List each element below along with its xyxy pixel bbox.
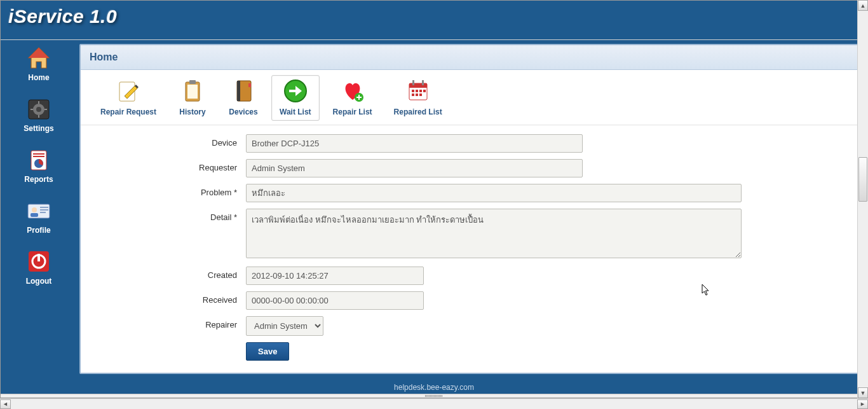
svg-rect-41 — [422, 80, 424, 85]
sidebar-item-reports[interactable]: Reports — [13, 148, 64, 184]
svg-rect-28 — [248, 83, 251, 87]
sidebar-item-label: Settings — [24, 124, 53, 133]
label-received: Received — [106, 291, 246, 305]
label-problem: Problem * — [106, 184, 246, 197]
detail-textarea[interactable]: เวลาพิมพ์ต่อเนื่อง หมึกจะไหลออกมาเยอะมาก… — [246, 209, 742, 258]
svg-rect-33 — [412, 90, 414, 92]
edit-note-icon — [116, 78, 141, 104]
label-created: Created — [106, 267, 246, 280]
sidebar-item-label: Home — [28, 73, 49, 82]
tool-repair-list[interactable]: Repair List — [325, 75, 381, 121]
tool-devices[interactable]: Devices — [220, 75, 266, 121]
svg-rect-39 — [419, 94, 422, 96]
svg-rect-11 — [33, 156, 44, 157]
svg-rect-27 — [237, 81, 240, 101]
footer-text: helpdesk.bee-eazy.com — [394, 383, 474, 392]
sidebar: Home Settings Reports — [1, 40, 77, 379]
resize-handle[interactable] — [1, 394, 867, 398]
tool-label: History — [179, 107, 205, 116]
home-icon — [26, 46, 51, 71]
tool-wait-list[interactable]: Wait List — [271, 75, 320, 121]
svg-rect-16 — [40, 207, 48, 208]
svg-rect-10 — [33, 153, 44, 155]
panel-header: Home — [81, 45, 858, 70]
tool-label: Devices — [229, 107, 257, 116]
scroll-up-button[interactable]: ▲ — [858, 0, 868, 11]
svg-rect-36 — [423, 90, 426, 92]
scroll-thumb[interactable] — [858, 157, 867, 202]
reports-icon — [26, 148, 51, 172]
panel-title: Home — [90, 52, 850, 63]
svg-rect-32 — [409, 83, 427, 88]
sidebar-item-home[interactable]: Home — [13, 46, 64, 82]
heart-plus-icon — [340, 78, 365, 104]
sidebar-item-profile[interactable]: Profile — [13, 199, 64, 235]
scroll-down-button[interactable]: ▼ — [858, 387, 868, 398]
calendar-icon — [405, 78, 431, 104]
power-icon — [26, 250, 51, 274]
repairer-select[interactable]: Admin System — [246, 316, 323, 336]
tool-repair-request[interactable]: Repair Request — [92, 75, 165, 121]
svg-rect-24 — [187, 85, 198, 99]
tool-label: Repaired List — [394, 107, 442, 116]
sidebar-item-settings[interactable]: Settings — [13, 97, 64, 133]
svg-rect-34 — [416, 90, 418, 92]
svg-marker-1 — [29, 48, 49, 58]
label-detail: Detail * — [106, 209, 246, 222]
svg-rect-18 — [40, 212, 46, 213]
svg-rect-15 — [31, 213, 38, 217]
svg-rect-17 — [40, 209, 48, 211]
scroll-right-button[interactable]: ► — [857, 399, 868, 409]
brand-title: iService 1.0 — [8, 6, 860, 27]
toolbar: Repair Request History Dev — [81, 70, 858, 125]
problem-input[interactable] — [246, 184, 742, 202]
arrow-forward-icon — [283, 78, 308, 104]
label-requester: Requester — [106, 159, 246, 172]
tool-label: Wait List — [280, 107, 311, 116]
created-input[interactable] — [246, 267, 424, 285]
scroll-left-button[interactable]: ◄ — [0, 399, 11, 409]
label-repairer: Repairer — [106, 316, 246, 329]
tool-history[interactable]: History — [170, 75, 215, 121]
save-button[interactable]: Save — [246, 342, 289, 361]
scroll-track[interactable] — [858, 11, 868, 387]
requester-input[interactable] — [246, 159, 583, 177]
clipboard-icon — [180, 78, 205, 104]
gear-icon — [26, 97, 51, 121]
notebook-icon — [231, 78, 256, 104]
scroll-track[interactable] — [11, 399, 857, 409]
vertical-scrollbar[interactable]: ▲ ▼ — [857, 0, 868, 398]
horizontal-scrollbar[interactable]: ◄ ► — [0, 398, 868, 409]
svg-point-4 — [36, 107, 41, 112]
app-header: iService 1.0 — [1, 1, 867, 40]
svg-rect-35 — [419, 90, 422, 92]
sidebar-item-logout[interactable]: Logout — [13, 250, 64, 286]
svg-rect-38 — [416, 94, 418, 96]
received-input[interactable] — [246, 291, 424, 310]
svg-rect-40 — [412, 80, 414, 85]
tool-label: Repair List — [333, 107, 372, 116]
sidebar-item-label: Reports — [24, 175, 53, 184]
form: Device Requester Problem * Detail * — [81, 125, 858, 373]
tool-repaired-list[interactable]: Repaired List — [386, 75, 451, 121]
sidebar-item-label: Profile — [27, 226, 50, 235]
main-panel: Home Repair Request — [79, 44, 860, 374]
svg-point-14 — [32, 207, 37, 212]
svg-rect-37 — [412, 94, 414, 96]
svg-rect-25 — [189, 80, 196, 84]
label-device: Device — [106, 134, 246, 148]
tool-label: Repair Request — [100, 107, 156, 116]
profile-card-icon — [26, 199, 51, 223]
sidebar-item-label: Logout — [26, 277, 52, 286]
device-input[interactable] — [246, 134, 583, 153]
footer: helpdesk.bee-eazy.com — [1, 379, 867, 394]
